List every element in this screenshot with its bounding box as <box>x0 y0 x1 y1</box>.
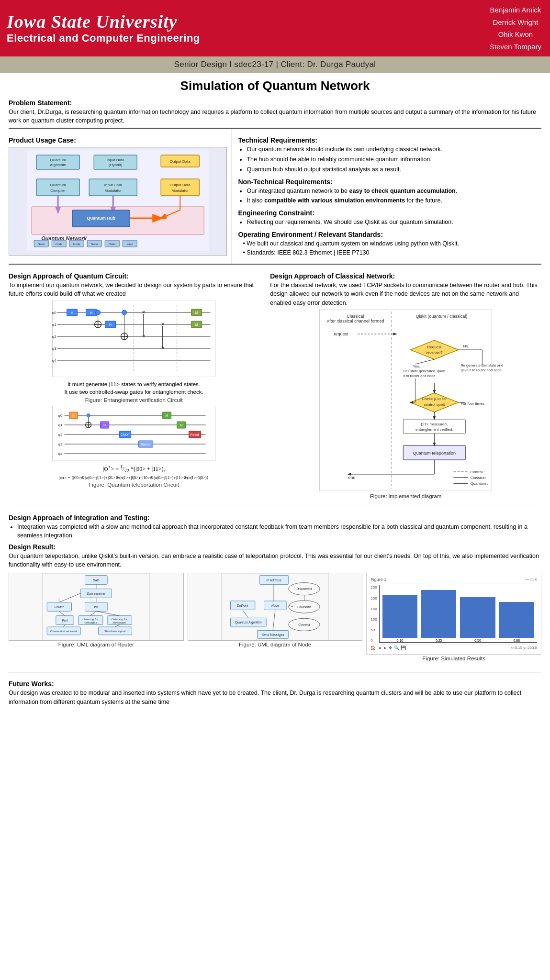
problem-text: Our client, Dr.Durga, is researching qua… <box>9 108 541 125</box>
chart-tool-zoom[interactable]: 🔍 <box>394 646 399 650</box>
svg-text:q3: q3 <box>52 346 56 351</box>
chart-tool-fwd[interactable]: ► <box>383 646 387 650</box>
usage-tech-section: Product Usage Case: Quantum Algorithm In… <box>9 128 541 264</box>
uml-router-diagram: Data Data receiver Router Init Port <box>9 573 184 641</box>
svg-text:request: request <box>334 332 349 336</box>
svg-text:After classical channel formed: After classical channel formed <box>327 319 384 323</box>
svg-text:Quantum Hub: Quantum Hub <box>87 216 115 221</box>
uml-router-figure: Data Data receiver Router Init Port <box>9 573 184 664</box>
svg-text:M: M <box>195 311 198 314</box>
svg-text:Listening for: Listening for <box>82 618 99 621</box>
uml-node-caption: Figure: UML diagram of Node <box>239 642 311 647</box>
chart-tool-home[interactable]: 🏠 <box>370 646 376 650</box>
svg-text:Node: Node <box>38 243 45 245</box>
svg-text:entanglement verified.: entanglement verified. <box>415 427 453 432</box>
svg-text:Modulator: Modulator <box>104 189 122 193</box>
university-title: Iowa State University <box>7 12 200 32</box>
future-works-section: Future Works: Our design was created to … <box>0 672 550 712</box>
uml-router-caption: Figure: UML diagram of Router <box>58 642 134 647</box>
tech-req-item-3: Quantum hub should output statistical an… <box>247 165 541 174</box>
svg-text:q3:: q3: <box>58 442 63 446</box>
future-works-text: Our design was created to be modular and… <box>9 689 541 706</box>
integration-section: Design Approach of Integration and Testi… <box>0 506 550 673</box>
non-tech-req-list: Our integrated quantum network to be eas… <box>238 187 541 206</box>
classical-flowchart-svg: Classical After classical channel formed… <box>270 309 541 491</box>
quantum-circuit-text: To implement our quantum network, we dec… <box>9 281 259 298</box>
member-3: Ohik Kwon <box>490 28 541 41</box>
department-subtitle: Electrical and Computer Engineering <box>7 32 200 45</box>
svg-text:Yes.: Yes. <box>413 364 420 368</box>
svg-text:Bell state generated, gave: Bell state generated, gave <box>404 369 445 373</box>
classical-net-figure-caption: Figure: implemented diagram <box>270 493 541 499</box>
svg-rect-4 <box>94 155 137 169</box>
svg-text:Quantum teleportation: Quantum teleportation <box>413 451 456 456</box>
svg-text:q2:: q2: <box>58 433 63 437</box>
figure-1-caption: Figure: Entanglement verification Circui… <box>9 397 259 403</box>
operating-env-list: We built our classical and quantum syste… <box>238 239 541 257</box>
integration-list: Integration was completed with a slow an… <box>9 523 541 541</box>
header-left: Iowa State University Electrical and Com… <box>7 12 200 45</box>
svg-text:Send Messages: Send Messages <box>261 633 284 637</box>
svg-point-91 <box>87 413 90 417</box>
classical-network-col: Design Approach of Classical Network: Fo… <box>264 265 541 505</box>
svg-text:H: H <box>109 323 112 326</box>
engineering-constraint-section: Engineering Constraint: Reflecting our r… <box>238 209 541 227</box>
svg-text:Node: Node <box>73 243 80 245</box>
svg-rect-9 <box>36 179 79 196</box>
svg-rect-17 <box>161 179 199 196</box>
operating-env-item-2: Standards: IEEE 802.3 Ethernet | IEEE P7… <box>243 248 541 257</box>
svg-text:Barrier: Barrier <box>141 443 151 446</box>
bar-3-label: 0.50 <box>474 639 481 642</box>
integration-bullet: Integration was completed with a slow an… <box>17 523 541 541</box>
svg-text:Connect: Connect <box>298 624 310 627</box>
operating-env-section: Operating Environment / Relevant Standar… <box>238 231 541 257</box>
svg-text:it to router and node: it to router and node <box>404 374 436 378</box>
svg-text:Data: Data <box>93 579 100 582</box>
problem-statement-section: Problem Statement: Our client, Dr.Durga,… <box>0 99 550 125</box>
svg-text:Quantum Algorithm: Quantum Algorithm <box>235 621 262 625</box>
svg-text:Re generate Bell state and: Re generate Bell state and <box>461 363 504 368</box>
uml-node-diagram: IP Address Disconnect DoWork Node Shutdo… <box>188 573 363 641</box>
chart-tool-back[interactable]: ◄ <box>377 646 382 650</box>
header: Iowa State University Electrical and Com… <box>0 0 550 56</box>
svg-text:IP Address: IP Address <box>266 579 281 582</box>
future-works: Future Works: Our design was created to … <box>9 672 541 712</box>
svg-text:Quantum: Quantum <box>50 183 66 187</box>
svg-text:Request: Request <box>427 345 442 349</box>
y-axis-150: 150 <box>370 607 377 611</box>
classical-network-flowchart: Classical After classical channel formed… <box>270 309 541 492</box>
svg-text:H: H <box>72 414 75 417</box>
svg-text:Init: Init <box>94 605 99 609</box>
formula-1: |Φ+> = 1/√2 *(|00> + |11>), <box>9 464 259 473</box>
requirements-col: Technical Requirements: Our quantum netw… <box>232 129 541 264</box>
svg-text:Node: Node <box>109 243 116 245</box>
product-usage-heading: Product Usage Case: <box>9 136 227 144</box>
svg-text:|11> measured,: |11> measured, <box>421 422 448 426</box>
y-axis-200: 200 <box>370 596 377 601</box>
svg-text:Classical :: Classical : <box>471 476 488 480</box>
simulated-results-caption: Figure: Simulated Results <box>422 656 485 661</box>
svg-text:H: H <box>103 423 106 427</box>
svg-text:q0:: q0: <box>58 413 63 418</box>
svg-text:Output Data: Output Data <box>170 159 191 164</box>
svg-text:M: M <box>195 323 198 326</box>
svg-text:q1: q1 <box>52 323 56 327</box>
svg-text:Data receiver: Data receiver <box>87 592 106 595</box>
svg-text:Check |11> for: Check |11> for <box>422 397 447 401</box>
product-usage-col: Product Usage Case: Quantum Algorithm In… <box>9 129 232 264</box>
svg-text:Input: Input <box>127 243 134 245</box>
bar-4 <box>499 602 534 638</box>
chart-tool-save[interactable]: 💾 <box>401 646 406 650</box>
svg-text:Input Data: Input Data <box>104 183 122 187</box>
chart-tool-pan[interactable]: ✥ <box>389 646 393 650</box>
integration-heading: Design Approach of Integration and Testi… <box>9 514 541 522</box>
svg-text:Classical: Classical <box>347 314 364 319</box>
svg-text:control qubit: control qubit <box>424 402 445 407</box>
chart-coords: x=0.15 y=250.5 <box>511 646 537 650</box>
bar-2 <box>421 590 456 638</box>
product-usage-diagram: Quantum Algorithm Input Data (Hybrid) Ou… <box>9 147 227 256</box>
non-tech-req-item-2: It also compatible with various simulati… <box>247 196 541 205</box>
svg-text:Qiskit (quantum / classical): Qiskit (quantum / classical) <box>416 314 468 319</box>
entanglement-caption-text: It must generate |11> states to verify e… <box>9 380 259 396</box>
svg-text:q0: q0 <box>52 311 56 315</box>
